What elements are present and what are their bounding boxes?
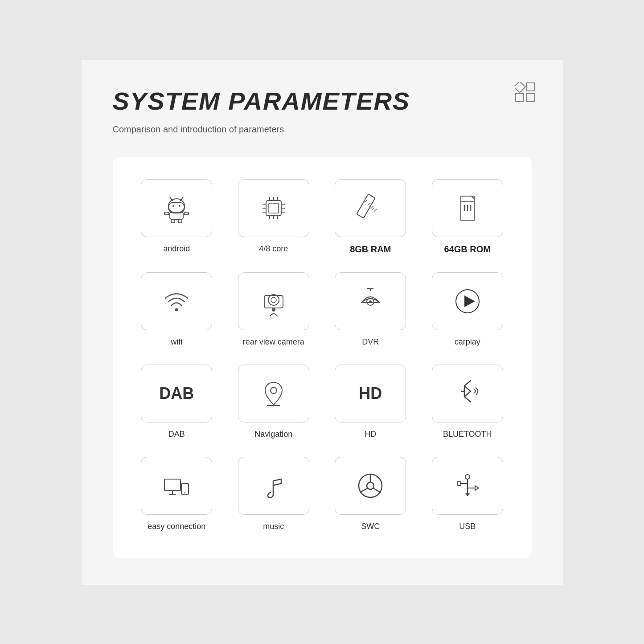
svg-rect-12	[184, 212, 189, 215]
navigation-icon	[258, 378, 289, 409]
list-item: BLUETOOTH	[426, 365, 509, 439]
svg-point-51	[271, 387, 277, 394]
list-item: Navigation	[232, 365, 316, 439]
svg-point-65	[465, 475, 470, 479]
list-item: android	[135, 179, 219, 254]
swc-icon-box	[335, 457, 406, 515]
easyconnection-icon-box	[141, 457, 212, 515]
svg-rect-13	[171, 219, 175, 223]
list-item: DVR	[329, 272, 413, 347]
svg-rect-11	[164, 212, 169, 215]
svg-marker-50	[464, 295, 475, 307]
svg-line-63	[360, 488, 368, 492]
svg-point-41	[268, 295, 279, 305]
carplay-icon-box	[432, 272, 503, 330]
rearview-label: rear view camera	[243, 337, 304, 347]
android-icon-box	[141, 179, 212, 237]
svg-line-8	[170, 197, 172, 201]
svg-line-32	[371, 206, 373, 209]
items-grid: android	[135, 179, 509, 531]
music-label: music	[263, 522, 284, 531]
dvr-icon	[355, 286, 386, 317]
sdcard-icon	[452, 193, 483, 224]
svg-rect-1	[526, 83, 534, 91]
usb-icon-box	[432, 457, 503, 515]
bluetooth-icon	[452, 378, 483, 409]
devices-icon	[161, 470, 192, 501]
main-card: android	[113, 157, 532, 558]
core-icon-box	[238, 179, 309, 237]
navigation-label: Navigation	[254, 430, 292, 439]
navigation-icon-box	[238, 365, 309, 422]
wifi-icon-box	[141, 272, 212, 330]
list-item: 4/8 core	[232, 179, 316, 254]
svg-line-34	[366, 202, 368, 204]
svg-point-4	[168, 199, 185, 213]
list-item: 64GB ROM	[426, 179, 509, 254]
svg-rect-54	[164, 479, 180, 491]
svg-rect-0	[515, 82, 525, 93]
steering-wheel-icon	[355, 470, 386, 501]
list-item: wifi	[135, 272, 219, 347]
svg-point-59	[185, 492, 186, 493]
list-item: USB	[426, 457, 509, 531]
list-item: rear view camera	[232, 272, 316, 347]
carplay-label: carplay	[455, 337, 480, 347]
android-icon	[161, 193, 192, 224]
list-item: DAB DAB	[135, 365, 219, 439]
hd-label: HD	[365, 430, 376, 439]
android-label: android	[163, 244, 190, 254]
dab-text-icon: DAB	[159, 384, 194, 403]
wifi-label: wifi	[171, 337, 182, 347]
svg-point-61	[367, 482, 374, 489]
swc-label: SWC	[361, 522, 380, 531]
svg-point-44	[272, 308, 275, 312]
svg-point-6	[172, 205, 174, 207]
svg-line-33	[374, 209, 377, 212]
svg-rect-15	[266, 201, 281, 216]
wifi-icon	[161, 286, 192, 317]
hd-icon-box: HD	[335, 365, 406, 422]
top-right-icon	[515, 82, 536, 103]
rom-icon-box	[432, 179, 503, 237]
ram-icon-box	[335, 179, 406, 237]
dvr-label: DVR	[362, 337, 379, 347]
play-icon	[452, 286, 483, 317]
svg-marker-72	[465, 493, 470, 496]
svg-point-46	[369, 300, 372, 303]
usb-label: USB	[459, 522, 476, 531]
cpu-icon	[258, 193, 289, 224]
page-subtitle: Comparison and introduction of parameter…	[113, 124, 532, 135]
core-label: 4/8 core	[259, 244, 288, 254]
list-item: easy connection	[135, 457, 219, 531]
usb-icon	[452, 470, 483, 501]
list-item: music	[232, 457, 316, 531]
dvr-icon-box	[335, 272, 406, 330]
svg-rect-2	[516, 94, 524, 102]
svg-point-7	[179, 205, 180, 207]
svg-line-36	[372, 208, 374, 210]
hd-text-icon: HD	[359, 384, 382, 403]
svg-rect-29	[357, 194, 375, 218]
dab-label: DAB	[168, 430, 185, 439]
svg-rect-16	[269, 203, 279, 213]
rom-label: 64GB ROM	[444, 244, 491, 254]
bluetooth-icon-box	[432, 365, 503, 422]
camera-icon	[258, 286, 289, 317]
ram-label: 8GB RAM	[350, 244, 391, 254]
svg-line-31	[368, 203, 370, 205]
bluetooth-label: BLUETOOTH	[443, 430, 492, 439]
music-icon	[258, 470, 289, 501]
list-item: HD HD	[329, 365, 413, 439]
list-item: SWC	[329, 457, 413, 531]
svg-line-9	[180, 197, 183, 201]
easyconnection-label: easy connection	[148, 522, 205, 531]
svg-marker-70	[475, 486, 479, 490]
svg-point-42	[271, 297, 276, 303]
svg-line-64	[373, 488, 381, 492]
list-item: carplay	[426, 272, 509, 347]
svg-point-40	[175, 308, 178, 311]
dab-icon-box: DAB	[141, 365, 212, 422]
ruler-icon	[355, 193, 386, 224]
page-container: SYSTEM PARAMETERS Comparison and introdu…	[82, 60, 563, 585]
